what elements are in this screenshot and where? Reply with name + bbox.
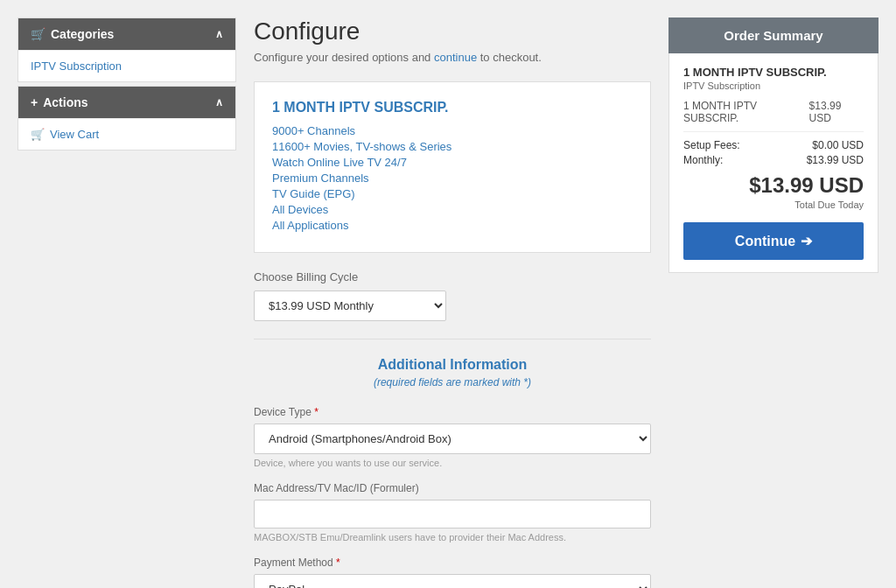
list-item: All Devices	[272, 203, 633, 216]
billing-cycle-select[interactable]: $13.99 USD Monthly	[254, 290, 446, 321]
required-marker: *	[314, 406, 318, 418]
sidebar-categories-header[interactable]: 🛒Categories ∧	[18, 18, 235, 50]
setup-fees-value: $0.00 USD	[812, 139, 864, 151]
order-monthly-line: Monthly: $13.99 USD	[683, 154, 864, 166]
sidebar: 🛒Categories ∧ IPTV Subscription +Actions…	[18, 18, 236, 588]
page-subtitle-suffix: to checkout.	[477, 51, 542, 64]
order-summary: Order Summary 1 MONTH IPTV SUBSCRIP. IPT…	[668, 18, 878, 588]
sidebar-actions-header[interactable]: +Actions ∧	[18, 87, 235, 118]
order-summary-body: 1 MONTH IPTV SUBSCRIP. IPTV Subscription…	[668, 53, 878, 273]
payment-method-group: Payment Method * PayPal Credit Card Bitc…	[254, 556, 651, 588]
sidebar-categories-section: 🛒Categories ∧ IPTV Subscription	[18, 18, 236, 82]
main-content: Configure Configure your desired options…	[254, 18, 651, 588]
product-features-list: 9000+ Channels 11600+ Movies, TV-shows &…	[272, 124, 633, 232]
page-title: Configure	[254, 18, 651, 46]
mac-address-label: Mac Address/TV Mac/ID (Formuler)	[254, 482, 651, 494]
order-divider	[683, 131, 864, 132]
mac-address-hint: MAGBOX/STB Emu/Dreamlink users have to p…	[254, 532, 651, 542]
order-line-label: 1 MONTH IPTV SUBSCRIP.	[683, 100, 809, 124]
additional-info-title: Additional Information	[254, 357, 651, 373]
setup-fees-label: Setup Fees:	[683, 139, 740, 151]
cart-icon: 🛒	[31, 27, 46, 41]
continue-link[interactable]: continue	[434, 51, 477, 64]
additional-info-subtitle: (required fields are marked with *)	[254, 376, 651, 388]
billing-label: Choose Billing Cycle	[254, 270, 651, 284]
additional-info-section: Additional Information (required fields …	[254, 339, 651, 588]
sidebar-actions-label: +Actions	[31, 95, 88, 109]
product-title: 1 MONTH IPTV SUBSCRIP.	[272, 100, 633, 116]
cart-icon-small: 🛒	[31, 128, 45, 141]
device-type-hint: Device, where you wants to use our servi…	[254, 458, 651, 468]
product-card: 1 MONTH IPTV SUBSCRIP. 9000+ Channels 11…	[254, 81, 651, 253]
arrow-icon: ➔	[801, 233, 812, 249]
sidebar-categories-label: 🛒Categories	[31, 27, 114, 41]
list-item: All Applications	[272, 219, 633, 232]
order-product-subtitle: IPTV Subscription	[683, 80, 864, 91]
order-total-label: Total Due Today	[683, 200, 864, 210]
monthly-value: $13.99 USD	[807, 154, 864, 166]
payment-method-select[interactable]: PayPal Credit Card Bitcoin	[254, 574, 651, 588]
continue-button[interactable]: Continue➔	[683, 222, 864, 260]
list-item: Watch Online Live TV 24/7	[272, 156, 633, 169]
list-item: 9000+ Channels	[272, 124, 633, 137]
order-line-item: 1 MONTH IPTV SUBSCRIP. $13.99 USD	[683, 100, 864, 124]
required-marker-payment: *	[336, 556, 340, 569]
page-subtitle: Configure your desired options and conti…	[254, 51, 651, 64]
monthly-label: Monthly:	[683, 154, 723, 166]
order-total: $13.99 USD	[683, 173, 864, 198]
billing-section: Choose Billing Cycle $13.99 USD Monthly	[254, 270, 651, 321]
chevron-up-icon: ∧	[215, 28, 223, 40]
payment-method-label: Payment Method *	[254, 556, 651, 569]
order-line-value: $13.99 USD	[809, 100, 864, 124]
order-product-title: 1 MONTH IPTV SUBSCRIP.	[683, 66, 864, 79]
list-item: TV Guide (EPG)	[272, 187, 633, 200]
chevron-up-icon-actions: ∧	[215, 96, 223, 108]
plus-icon: +	[31, 95, 38, 109]
order-setup-fees-line: Setup Fees: $0.00 USD	[683, 139, 864, 151]
order-summary-header: Order Summary	[668, 18, 878, 53]
continue-button-label: Continue	[735, 234, 795, 248]
sidebar-item-iptv-subscription[interactable]: IPTV Subscription	[18, 50, 235, 81]
mac-address-input[interactable]	[254, 500, 651, 528]
device-type-select[interactable]: Android (Smartphones/Android Box) iOS (i…	[254, 424, 651, 454]
device-type-group: Device Type * Android (Smartphones/Andro…	[254, 406, 651, 468]
list-item: 11600+ Movies, TV-shows & Series	[272, 140, 633, 153]
sidebar-actions-section: +Actions ∧ 🛒View Cart	[18, 86, 236, 150]
page-subtitle-text: Configure your desired options and	[254, 51, 434, 64]
device-type-label: Device Type *	[254, 406, 651, 418]
list-item: Premium Channels	[272, 172, 633, 185]
sidebar-item-view-cart[interactable]: 🛒View Cart	[18, 118, 235, 150]
mac-address-group: Mac Address/TV Mac/ID (Formuler) MAGBOX/…	[254, 482, 651, 542]
